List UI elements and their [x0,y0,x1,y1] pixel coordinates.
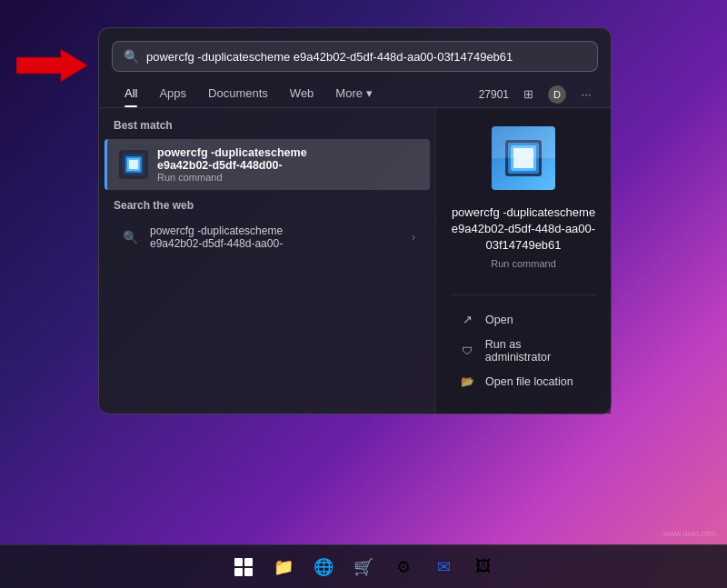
svg-marker-0 [16,49,87,82]
action-open[interactable]: ↗ Open [451,306,596,334]
best-match-item[interactable]: powercfg -duplicatescheme e9a42b02-d5df-… [105,139,430,190]
taskbar-settings[interactable]: ⚙ [387,551,420,583]
web-search-arrow: › [412,231,415,244]
result-item-name: powercfg -duplicatescheme e9a42b02-d5df-… [157,146,415,172]
search-icon: 🔍 [124,49,139,64]
best-match-title: Best match [99,119,435,139]
red-arrow-indicator [16,47,89,84]
web-search-text: powercfg -duplicateschemee9a42b02-d5df-4… [150,224,403,250]
taskbar-mail[interactable]: ✉ [427,551,460,583]
detail-icon [492,126,555,190]
open-label: Open [485,314,513,326]
svg-rect-8 [513,148,533,168]
result-count-badge: 27901 [479,88,509,101]
taskbar-edge[interactable]: 🌐 [307,551,340,583]
desktop: 🔍 powercfg -duplicatescheme e9a42b02-d5d… [0,0,727,588]
nav-tabs: All Apps Documents Web More ▾ 27901 ⊞ D … [99,81,611,108]
tab-web[interactable]: Web [279,81,325,107]
web-search-title: Search the web [99,199,435,219]
search-query-text: powercfg -duplicatescheme e9a42b02-d5df-… [146,50,586,64]
search-panel: 🔍 powercfg -duplicatescheme e9a42b02-d5d… [98,27,612,414]
nav-right-controls: 27901 ⊞ D ··· [479,85,596,105]
taskbar-store[interactable]: 🛒 [347,551,380,583]
action-open-location[interactable]: 📂 Open file location [451,368,596,395]
search-bar[interactable]: 🔍 powercfg -duplicatescheme e9a42b02-d5d… [112,41,598,72]
content-area: Best match powercfg - [99,108,611,414]
open-icon: ↗ [458,311,476,329]
best-match-section: Best match powercfg - [99,119,435,190]
tab-more[interactable]: More ▾ [324,81,383,107]
result-item-icon [119,150,148,179]
more-options-btn[interactable]: ··· [576,85,596,105]
taskbar: 📁 🌐 🛒 ⚙ ✉ 🖼 [0,544,727,588]
tab-documents[interactable]: Documents [197,81,279,107]
result-item-text: powercfg -duplicatescheme e9a42b02-d5df-… [157,146,415,183]
web-search-item[interactable]: 🔍 powercfg -duplicateschemee9a42b02-d5df… [105,219,430,255]
taskbar-file-explorer[interactable]: 📁 [267,551,300,583]
tab-all[interactable]: All [114,81,148,107]
web-search-icon: 🔍 [119,230,141,244]
detail-icon-image [492,126,555,190]
detail-divider [451,294,596,295]
action-run-as-admin[interactable]: 🛡 Run as administrator [451,334,596,368]
detail-title-text: powercfg -duplicatescheme e9a42b02-d5df-… [451,204,596,254]
windows-logo-icon [234,558,253,576]
folder-icon: 📂 [458,373,476,391]
detail-panel: powercfg -duplicatescheme e9a42b02-d5df-… [435,108,611,414]
location-label: Open file location [485,375,573,388]
admin-label: Run as administrator [485,338,589,364]
detail-subtitle-text: Run command [491,258,556,269]
left-panel: Best match powercfg - [99,108,435,414]
watermark: www.uuin.com [663,529,716,538]
svg-rect-4 [129,160,138,169]
user-avatar-btn[interactable]: D [547,85,567,105]
admin-icon: 🛡 [458,342,476,360]
result-item-subtitle: Run command [157,172,415,183]
taskbar-windows-start[interactable] [227,551,260,583]
tab-apps[interactable]: Apps [148,81,197,107]
web-search-section: Search the web 🔍 powercfg -duplicatesche… [99,199,435,255]
taskbar-photos[interactable]: 🖼 [467,551,500,583]
filter-icon-btn[interactable]: ⊞ [518,85,538,105]
